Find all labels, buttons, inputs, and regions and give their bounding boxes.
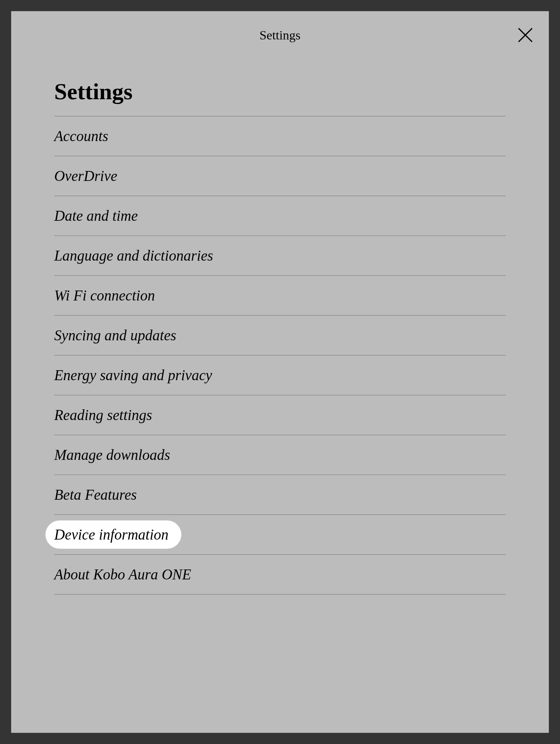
settings-item-device-information[interactable]: Device information	[54, 515, 506, 555]
settings-item-energy-privacy[interactable]: Energy saving and privacy	[54, 355, 506, 395]
content-area: Settings Accounts OverDrive Date and tim…	[11, 59, 549, 595]
settings-panel: Settings Settings Accounts OverDrive Dat…	[11, 11, 549, 733]
settings-item-label: OverDrive	[54, 167, 117, 185]
settings-item-label: Beta Features	[54, 486, 137, 503]
settings-item-date-time[interactable]: Date and time	[54, 196, 506, 236]
settings-item-language-dictionaries[interactable]: Language and dictionaries	[54, 236, 506, 276]
page-title: Settings	[54, 59, 506, 116]
settings-item-wifi[interactable]: Wi Fi connection	[54, 276, 506, 316]
settings-item-accounts[interactable]: Accounts	[54, 116, 506, 156]
header-title: Settings	[259, 28, 301, 43]
settings-item-label: Reading settings	[54, 406, 152, 424]
header-bar: Settings	[11, 11, 549, 59]
settings-list: Accounts OverDrive Date and time Languag…	[54, 116, 506, 595]
settings-item-label: Wi Fi connection	[54, 287, 155, 304]
settings-item-label: Manage downloads	[54, 446, 170, 463]
settings-item-label: Accounts	[54, 128, 108, 145]
close-icon	[517, 27, 534, 43]
settings-item-overdrive[interactable]: OverDrive	[54, 156, 506, 196]
settings-item-label: Date and time	[54, 207, 138, 224]
settings-item-beta-features[interactable]: Beta Features	[54, 475, 506, 515]
settings-item-label: Device information	[45, 520, 181, 549]
settings-item-manage-downloads[interactable]: Manage downloads	[54, 435, 506, 475]
settings-item-label: Energy saving and privacy	[54, 367, 212, 384]
settings-item-reading-settings[interactable]: Reading settings	[54, 395, 506, 435]
close-button[interactable]	[517, 27, 534, 43]
settings-item-syncing-updates[interactable]: Syncing and updates	[54, 316, 506, 355]
settings-item-label: Syncing and updates	[54, 327, 176, 344]
settings-item-label: About Kobo Aura ONE	[54, 566, 191, 583]
settings-item-label: Language and dictionaries	[54, 247, 213, 264]
settings-item-about-device[interactable]: About Kobo Aura ONE	[54, 555, 506, 595]
